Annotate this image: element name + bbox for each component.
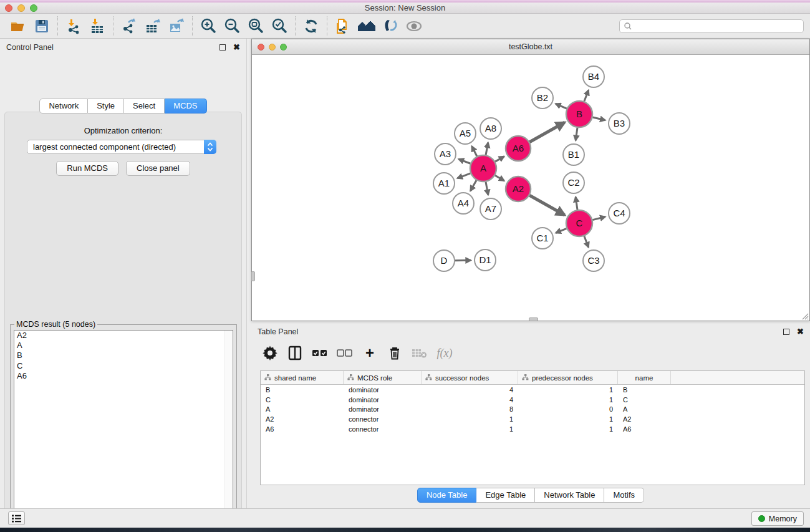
float-panel-icon[interactable] [219, 44, 226, 51]
zoom-fit-icon[interactable] [244, 16, 268, 37]
cell-successor-nodes: 4 [422, 386, 518, 394]
graph-node-label-D1: D1 [479, 254, 491, 265]
graph-edge-B-B1[interactable] [576, 128, 577, 140]
tab-style[interactable]: Style [88, 99, 124, 114]
result-list-scrollbar[interactable] [224, 331, 233, 529]
main-toolbar [0, 14, 810, 39]
table-float-panel-icon[interactable] [783, 329, 789, 335]
graph-node-label-C1: C1 [536, 233, 548, 243]
zoom-in-icon[interactable] [196, 16, 220, 37]
show-hide-icon[interactable] [402, 16, 426, 37]
graph-edge-A-A2[interactable] [495, 175, 504, 181]
table-row-a2[interactable]: A2connector11A2 [261, 414, 804, 424]
network-vertical-scrollbar[interactable] [251, 271, 255, 281]
refresh-layout-icon[interactable] [299, 16, 323, 37]
graph-node-label-A2: A2 [513, 183, 524, 194]
column-header-predecessor-nodes[interactable]: predecessor nodes [518, 371, 618, 384]
criterion-dropdown[interactable]: largest connected component (directed) [27, 140, 216, 154]
export-image-icon[interactable] [165, 16, 188, 37]
deselect-all-rows-icon[interactable] [335, 343, 355, 363]
vizmapper-icon[interactable] [378, 16, 402, 37]
show-columns-icon[interactable] [285, 343, 305, 363]
table-row-c[interactable]: Cdominator41C [261, 395, 804, 405]
graph-edge-A6-B[interactable] [529, 122, 564, 142]
task-history-button[interactable] [8, 511, 25, 525]
column-header-shared-name[interactable]: shared name [261, 371, 344, 384]
memory-button[interactable]: Memory [751, 511, 804, 526]
status-bar: Memory [0, 508, 810, 528]
network-canvas[interactable]: B4B2BB3B1A5A8A6A3AA1A2C2A4A7CC4C1C3DD1 [253, 56, 809, 320]
graph-edge-B-B3[interactable] [592, 117, 605, 120]
table-close-panel-icon[interactable]: ✖ [797, 329, 804, 335]
column-header-name[interactable]: name [618, 371, 671, 384]
graph-edge-C-C4[interactable] [592, 217, 605, 220]
table-row-b[interactable]: Bdominator41B [261, 385, 804, 395]
cell-MCDS-role: dominator [344, 386, 422, 394]
result-item-a6[interactable]: A6 [14, 371, 233, 381]
tab-edge-table[interactable]: Edge Table [476, 488, 535, 503]
import-network-icon[interactable] [62, 16, 85, 37]
column-header-MCDS-role[interactable]: MCDS role [344, 371, 422, 384]
home-neighbors-icon[interactable] [355, 16, 378, 37]
result-item-a[interactable]: A [14, 341, 233, 351]
save-icon[interactable] [30, 16, 54, 37]
graph-edge-A2-C[interactable] [529, 195, 564, 215]
graph-edge-C-C2[interactable] [576, 197, 577, 210]
column-header-successor-nodes[interactable]: successor nodes [422, 371, 518, 384]
tab-select[interactable]: Select [124, 99, 165, 114]
tab-network[interactable]: Network [39, 99, 88, 114]
cell-predecessor-nodes: 1 [518, 386, 618, 394]
copy-network-icon[interactable] [331, 16, 355, 37]
table-settings-gear-icon[interactable] [260, 343, 280, 363]
graph-node-label-A1: A1 [438, 178, 450, 188]
table-panel-tabs: Node TableEdge TableNetwork TableMotifs [251, 488, 810, 503]
graph-edge-A-A6[interactable] [495, 157, 504, 162]
graph-node-label-A4: A4 [458, 198, 469, 208]
table-row-a6[interactable]: A6connector11A6 [261, 424, 804, 434]
cell-predecessor-nodes: 1 [518, 425, 618, 433]
graph-edge-B-B2[interactable] [556, 104, 567, 109]
result-item-c[interactable]: C [14, 361, 233, 371]
graph-edge-A-A7[interactable] [486, 182, 488, 195]
create-column-icon[interactable]: + [360, 343, 380, 363]
delete-table-icon[interactable] [410, 343, 430, 363]
tab-mcds[interactable]: MCDS [165, 99, 206, 114]
dropdown-stepper-icon [204, 140, 216, 154]
graph-edge-C-C3[interactable] [584, 236, 589, 248]
graph-edge-A-A1[interactable] [457, 173, 470, 178]
select-all-rows-icon[interactable] [310, 343, 330, 363]
graph-edge-A-A4[interactable] [470, 180, 476, 191]
tab-motifs[interactable]: Motifs [604, 488, 644, 503]
network-horizontal-scrollbar[interactable] [529, 317, 538, 321]
export-network-icon[interactable] [117, 16, 141, 37]
zoom-selected-icon[interactable] [268, 16, 291, 37]
graph-node-label-B2: B2 [537, 92, 548, 103]
graph-edge-C-C1[interactable] [556, 228, 566, 233]
graph-edge-A-A8[interactable] [486, 143, 488, 155]
graph-edge-A-A5[interactable] [472, 146, 477, 156]
zoom-out-icon[interactable] [220, 16, 244, 37]
memory-status-icon [758, 515, 765, 522]
function-builder-icon[interactable]: f(x) [435, 343, 455, 363]
cell-name: A [618, 405, 671, 413]
search-input[interactable] [633, 21, 803, 32]
export-table-icon[interactable] [141, 16, 165, 37]
delete-column-icon[interactable] [385, 343, 405, 363]
graph-edge-B-B4[interactable] [584, 90, 589, 101]
result-item-b[interactable]: B [14, 351, 233, 360]
close-panel-button[interactable]: Close panel [126, 161, 190, 176]
import-table-icon[interactable] [85, 16, 109, 37]
resize-grip-icon[interactable] [800, 311, 809, 320]
search-field[interactable] [619, 19, 804, 33]
toolbar-separator [327, 16, 327, 36]
close-panel-icon[interactable]: ✖ [233, 44, 240, 51]
table-row-a[interactable]: Adominator80A [261, 405, 804, 415]
tab-network-table[interactable]: Network Table [535, 488, 604, 503]
tab-node-table[interactable]: Node Table [417, 488, 477, 503]
cell-MCDS-role: dominator [344, 396, 422, 404]
result-item-a2[interactable]: A2 [14, 331, 233, 341]
run-mcds-button[interactable]: Run MCDS [56, 161, 118, 176]
network-window-titlebar[interactable]: testGlobe.txt [252, 39, 809, 55]
open-folder-icon[interactable] [6, 16, 30, 37]
graph-edge-A-A3[interactable] [459, 159, 471, 163]
